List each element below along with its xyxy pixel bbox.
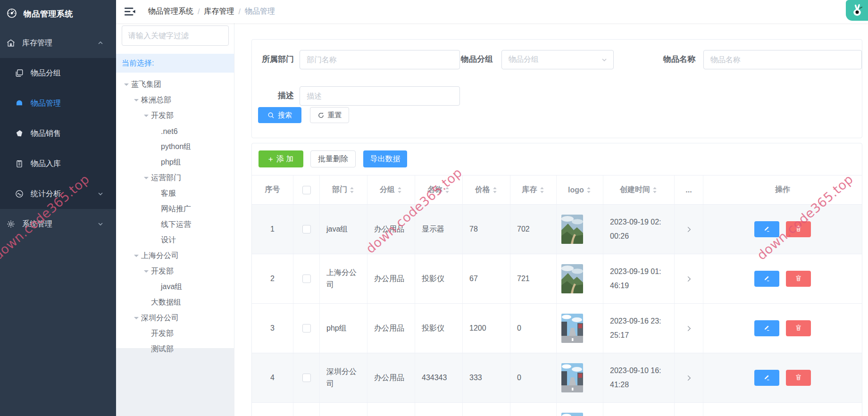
edit-button[interactable] <box>754 221 779 237</box>
tree-node-15[interactable]: 深圳分公司 <box>116 310 234 326</box>
tree-filter-input[interactable] <box>122 25 229 46</box>
row-checkbox[interactable] <box>302 225 311 233</box>
sidebar-item-6[interactable]: 系统管理 <box>0 209 116 239</box>
sidebar-item-5[interactable]: 统计分析 <box>0 179 116 209</box>
tree-node-17[interactable]: 测试部 <box>116 341 234 357</box>
sidebar-item-0[interactable]: 库存管理 <box>0 28 116 58</box>
edit-button[interactable] <box>754 271 779 287</box>
caret-expanded-icon <box>142 175 151 182</box>
header-cell-8[interactable]: 创建时间 <box>603 175 675 204</box>
tree-node-2[interactable]: 开发部 <box>116 108 234 124</box>
chevron-up-icon <box>97 40 104 46</box>
cell-created: 2023-09-19 02: 00:26 <box>603 205 675 254</box>
tree-node-14[interactable]: 大数据组 <box>116 295 234 310</box>
cell-name: 投影仪 <box>415 304 463 353</box>
expand-row-icon[interactable] <box>685 275 693 283</box>
tree-node-6[interactable]: 运营部门 <box>116 170 234 186</box>
expand-row-icon[interactable] <box>685 325 693 332</box>
description-input[interactable] <box>300 86 460 106</box>
cell-select <box>293 304 320 353</box>
batch-delete-button[interactable]: 批量删除 <box>310 150 356 167</box>
tree-node-1[interactable]: 株洲总部 <box>116 92 234 108</box>
tree-node-8[interactable]: 网站推广 <box>116 201 234 217</box>
cell-group: 办公用品 <box>367 304 415 353</box>
tree-node-12[interactable]: 开发部 <box>116 264 234 279</box>
tree-node-7[interactable]: 客服 <box>116 186 234 201</box>
add-button[interactable]: + 添 加 <box>259 150 303 167</box>
table-row-4: 4深圳分公司办公用品43434333302023-09-10 16: 41:28 <box>252 353 862 403</box>
cell-price <box>463 403 510 416</box>
edit-pen-icon <box>763 274 771 284</box>
cell-created: 2023-09-16 23: 25:17 <box>603 304 675 353</box>
delete-button[interactable] <box>786 221 811 237</box>
mascot-badge[interactable] <box>846 0 868 21</box>
cell-logo <box>557 353 603 402</box>
sidebar-item-3[interactable]: 物品销售 <box>0 118 116 149</box>
tree-node-4[interactable]: python组 <box>116 139 234 155</box>
breadcrumb-item-home[interactable]: 物品管理系统 <box>148 7 193 17</box>
breadcrumb: 物品管理系统 / 库存管理 / 物品管理 <box>148 7 275 17</box>
cell-seq: 1 <box>252 205 293 254</box>
caret-expanded-icon <box>132 252 141 259</box>
expand-row-icon[interactable] <box>685 374 693 382</box>
cell-created: 2023-09-10 16: <box>603 403 675 416</box>
select-all-checkbox[interactable] <box>302 186 311 194</box>
tree-node-10[interactable]: 设计 <box>116 233 234 248</box>
street-photo <box>561 413 583 416</box>
cell-group: 办公用品 <box>367 205 415 254</box>
row-checkbox[interactable] <box>302 275 311 283</box>
tree-node-13[interactable]: java组 <box>116 279 234 295</box>
header-cell-6[interactable]: 库存 <box>510 175 557 204</box>
delete-button[interactable] <box>786 271 811 287</box>
table-row-1: 1java组办公用品显示器787022023-09-19 02: 00:26 <box>252 205 862 254</box>
sidebar-item-4[interactable]: 物品入库 <box>0 149 116 179</box>
tree-node-5[interactable]: php组 <box>116 155 234 170</box>
item-name-input[interactable] <box>703 50 862 69</box>
item-group-select[interactable]: 物品分组 <box>501 50 614 69</box>
sidebar-item-1[interactable]: 物品分组 <box>0 58 116 88</box>
hamburger-menu-icon[interactable] <box>125 7 135 17</box>
tree-node-3[interactable]: .net6 <box>116 124 234 139</box>
sidebar-item-2[interactable]: 物品管理 <box>0 88 116 118</box>
table-row-5: 台式主机2023-09-10 16: <box>252 403 862 416</box>
tree-node-9[interactable]: 线下运营 <box>116 217 234 233</box>
tree-leaf-spacer <box>151 190 161 197</box>
top-header: 物品管理系统 / 库存管理 / 物品管理 <box>116 0 868 23</box>
tree-node-11[interactable]: 上海分公司 <box>116 248 234 264</box>
expand-row-icon[interactable] <box>685 226 693 233</box>
edit-button[interactable] <box>754 320 779 336</box>
dept-name-input[interactable] <box>300 50 460 69</box>
street-photo <box>561 314 583 343</box>
app-title: 物品管理系统 <box>24 8 73 19</box>
trash-icon <box>794 225 802 234</box>
reset-button[interactable]: 重置 <box>310 107 349 123</box>
row-checkbox[interactable] <box>302 374 311 382</box>
breadcrumb-item-inventory[interactable]: 库存管理 <box>204 7 234 17</box>
tree-node-16[interactable]: 开发部 <box>116 326 234 341</box>
header-cell-2[interactable]: 部门 <box>320 175 367 204</box>
app-logo-row[interactable]: 物品管理系统 <box>0 0 116 28</box>
cell-logo <box>557 403 603 416</box>
header-cell-9: ... <box>675 175 703 204</box>
column-label: 价格 <box>475 185 490 195</box>
row-checkbox[interactable] <box>302 324 311 333</box>
cell-seq: 2 <box>252 254 293 303</box>
mountain-photo <box>561 264 583 293</box>
tree-node-0[interactable]: 蓝飞集团 <box>116 77 234 92</box>
tree-leaf-spacer <box>151 128 161 135</box>
caret-expanded-icon <box>142 112 151 119</box>
export-data-button[interactable]: 导出数据 <box>363 150 407 167</box>
header-cell-7[interactable]: logo <box>557 175 603 204</box>
search-button[interactable]: 搜索 <box>258 107 301 123</box>
delete-button[interactable] <box>786 320 811 336</box>
department-tree-inner: 当前选择: 蓝飞集团株洲总部开发部.net6python组php组运营部门客服网… <box>116 23 234 348</box>
header-cell-4[interactable]: 名称 <box>415 175 463 204</box>
delete-button[interactable] <box>786 370 811 386</box>
header-cell-5[interactable]: 价格 <box>463 175 510 204</box>
edit-button[interactable] <box>754 370 779 386</box>
cell-seq: 3 <box>252 304 293 353</box>
items-table: 序号部门分组名称价格库存logo创建时间...操作 1java组办公用品显示器7… <box>252 175 862 416</box>
cell-stock: 721 <box>510 254 557 303</box>
header-cell-3[interactable]: 分组 <box>367 175 415 204</box>
cell-price: 78 <box>463 205 510 254</box>
